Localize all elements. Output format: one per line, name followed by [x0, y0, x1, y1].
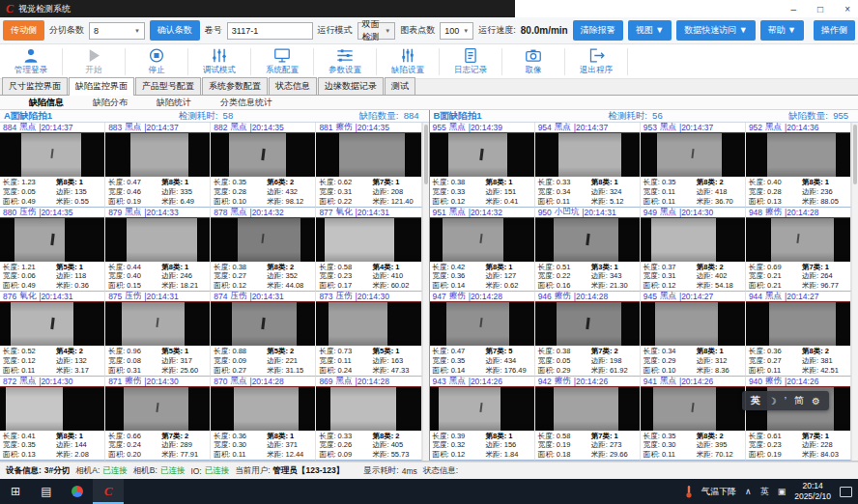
language-indicator[interactable]: 英	[760, 486, 769, 498]
defect-cell[interactable]: 873 压伤 |20:14:30 长度: 0.73 宽度: 0.11 面积: 0…	[316, 292, 421, 377]
tray-expand-caret[interactable]: ∧	[745, 487, 752, 496]
subtab-defect-distribution[interactable]: 缺陷分布	[93, 97, 128, 109]
ime-settings-icon[interactable]: ⚙	[812, 396, 820, 406]
defect-image[interactable]	[316, 387, 420, 431]
start-button[interactable]: 开始	[63, 47, 125, 76]
defect-cell[interactable]: 944 黑点 |20:14:27 长度: 0.36 宽度: 0.27 面积: 0…	[746, 292, 851, 377]
view-menu-button[interactable]: 视图 ▼	[628, 20, 672, 41]
defect-cell[interactable]: 941 黑点 |20:14:26 长度: 0.35 宽度: 0.30 面积: 0…	[641, 377, 746, 462]
defect-cell[interactable]: 950 小凹坑 |20:14:31 长度: 0.51 宽度: 0.22 面积: …	[535, 208, 641, 293]
defect-cell[interactable]: 880 压伤 |20:14:35 长度: 1.21 宽度: 0.06 面积: 0…	[0, 208, 105, 293]
defect-image[interactable]	[105, 133, 210, 177]
subtab-defect-statistics[interactable]: 缺陷统计	[157, 97, 191, 109]
defect-image[interactable]	[535, 218, 640, 262]
defect-cell[interactable]: 952 黑点 |20:14:36 长度: 0.40 宽度: 0.28 面积: 0…	[746, 123, 851, 208]
run-mode-select[interactable]: 双面检测▼	[358, 22, 396, 40]
defect-image[interactable]	[746, 218, 850, 262]
defect-image[interactable]	[105, 387, 210, 431]
data-quick-access-button[interactable]: 数据快速访问 ▼	[676, 20, 755, 41]
keyboard-icon[interactable]: ▣	[778, 487, 786, 496]
panel-a-scrollbar[interactable]	[422, 123, 429, 461]
maximize-button[interactable]: □	[817, 4, 823, 14]
defect-image[interactable]	[641, 387, 745, 431]
defect-cell[interactable]: 884 黑点 |20:14:37 长度: 1.23 宽度: 0.05 面积: 0…	[0, 123, 105, 208]
defect-cell[interactable]: 945 黑点 |20:14:27 长度: 0.34 宽度: 0.29 面积: 0…	[641, 292, 746, 377]
defect-image[interactable]	[105, 302, 210, 346]
subtab-class-info-statistics[interactable]: 分类信息统计	[220, 97, 272, 109]
defect-cell[interactable]: 942 擦伤 |20:14:26 长度: 0.58 宽度: 0.19 面积: 0…	[535, 377, 641, 462]
defect-cell[interactable]: 875 压伤 |20:14:31 长度: 0.96 宽度: 0.08 面积: 0…	[105, 292, 211, 377]
defect-image[interactable]	[316, 133, 420, 177]
ime-moon-icon[interactable]: ☽	[768, 396, 777, 406]
defect-cell[interactable]: 882 黑点 |20:14:35 长度: 0.35 宽度: 0.28 面积: 0…	[211, 123, 316, 208]
minimize-button[interactable]: –	[791, 4, 797, 14]
system-config-button[interactable]: 系统配置	[251, 47, 313, 76]
defect-image[interactable]	[535, 133, 640, 177]
tab-status-info[interactable]: 状态信息	[269, 77, 317, 95]
confirm-count-button[interactable]: 确认条数	[150, 20, 200, 41]
defect-cell[interactable]: 883 黑点 |20:14:37 长度: 0.47 宽度: 0.46 面积: 0…	[105, 123, 211, 208]
defect-cell[interactable]: 955 黑点 |20:14:39 长度: 0.38 宽度: 0.33 面积: 0…	[430, 123, 535, 208]
ime-punctuation-icon[interactable]: ’	[785, 396, 786, 406]
scrollbar-thumb[interactable]	[853, 125, 857, 184]
tab-size-monitor[interactable]: 尺寸监控界面	[2, 77, 68, 95]
defect-cell[interactable]: 947 擦伤 |20:14:28 长度: 0.47 宽度: 0.35 面积: 0…	[430, 292, 535, 377]
task-view-button[interactable]: ▤	[31, 479, 62, 504]
defect-cell[interactable]: 874 压伤 |20:14:31 长度: 0.88 宽度: 0.09 面积: 0…	[211, 292, 316, 377]
panel-b-scrollbar[interactable]	[851, 123, 858, 461]
help-menu-button[interactable]: 帮助 ▼	[760, 20, 804, 41]
defect-image[interactable]	[211, 133, 315, 177]
defect-cell[interactable]: 948 擦伤 |20:14:28 长度: 0.69 宽度: 0.21 面积: 0…	[746, 208, 851, 293]
operator-side-button[interactable]: 操作侧	[814, 20, 855, 41]
defect-image[interactable]	[430, 387, 534, 431]
defect-image[interactable]	[641, 133, 745, 177]
slit-count-select[interactable]: 8▼	[89, 22, 145, 40]
defect-image[interactable]	[211, 387, 315, 431]
defect-cell[interactable]: 876 氧化 |20:14:31 长度: 0.52 宽度: 0.12 面积: 0…	[0, 292, 105, 377]
defect-image[interactable]	[211, 218, 315, 262]
defect-image[interactable]	[0, 133, 104, 177]
tab-defect-monitor[interactable]: 缺陷监控界面	[69, 77, 134, 96]
subtab-defect-info[interactable]: 缺陷信息	[29, 97, 64, 109]
defect-cell[interactable]: 881 擦伤 |20:14:35 长度: 0.62 宽度: 0.31 面积: 0…	[316, 123, 421, 208]
defect-cell[interactable]: 943 黑点 |20:14:26 长度: 0.39 宽度: 0.32 面积: 0…	[430, 377, 535, 462]
weather-status[interactable]: 气温下降	[701, 486, 736, 498]
defect-cell[interactable]: 940 擦伤 |20:14:26 长度: 0.61 宽度: 0.23 面积: 0…	[746, 377, 851, 462]
defect-cell[interactable]: 877 氧化 |20:14:31 长度: 0.58 宽度: 0.23 面积: 0…	[316, 208, 421, 293]
defect-image[interactable]	[316, 302, 420, 346]
tab-edge-data-record[interactable]: 边缘数据记录	[318, 77, 384, 95]
stop-button[interactable]: 停止	[126, 47, 187, 76]
capture-image-button[interactable]: 取像	[502, 47, 564, 76]
defect-cell[interactable]: 954 黑点 |20:14:37 长度: 0.33 宽度: 0.34 面积: 0…	[535, 123, 641, 208]
defect-image[interactable]	[535, 302, 640, 346]
debug-mode-button[interactable]: 调试模式	[188, 47, 250, 76]
defect-cell[interactable]: 878 黑点 |20:14:32 长度: 0.38 宽度: 0.27 面积: 0…	[211, 208, 316, 293]
defect-cell[interactable]: 871 擦伤 |20:14:30 长度: 0.66 宽度: 0.24 面积: 0…	[105, 377, 211, 462]
defect-image[interactable]	[211, 302, 315, 346]
defect-image[interactable]	[746, 133, 850, 177]
tab-product-model-config[interactable]: 产品型号配置	[135, 77, 201, 95]
defect-image[interactable]	[316, 218, 420, 262]
param-settings-button[interactable]: 参数设置	[314, 47, 376, 76]
defect-image[interactable]	[0, 218, 104, 262]
defect-image[interactable]	[746, 302, 850, 346]
defect-settings-button[interactable]: 缺陷设置	[377, 47, 439, 76]
defect-image[interactable]	[0, 302, 104, 346]
log-record-button[interactable]: 日志记录	[440, 47, 501, 76]
defect-image[interactable]	[641, 302, 745, 346]
tab-system-params[interactable]: 系统参数配置	[202, 77, 268, 95]
defect-cell[interactable]: 951 黑点 |20:14:32 长度: 0.42 宽度: 0.36 面积: 0…	[430, 208, 535, 293]
defect-image[interactable]	[105, 218, 210, 262]
ime-lang-toggle[interactable]: 英	[751, 394, 760, 407]
admin-login-button[interactable]: 管理登录	[0, 47, 62, 76]
close-button[interactable]: ×	[844, 4, 850, 14]
inspection-app-taskbar-button[interactable]: C	[93, 479, 124, 504]
defect-image[interactable]	[641, 218, 745, 262]
chart-points-select[interactable]: 100▼	[440, 22, 473, 40]
drive-side-button[interactable]: 传动侧	[3, 20, 44, 41]
clear-alarm-button[interactable]: 清除报警	[573, 20, 623, 41]
browser-taskbar-button[interactable]	[62, 479, 93, 504]
defect-image[interactable]	[430, 133, 534, 177]
start-button[interactable]: ⊞	[0, 479, 31, 504]
tab-test[interactable]: 测试	[385, 77, 415, 95]
